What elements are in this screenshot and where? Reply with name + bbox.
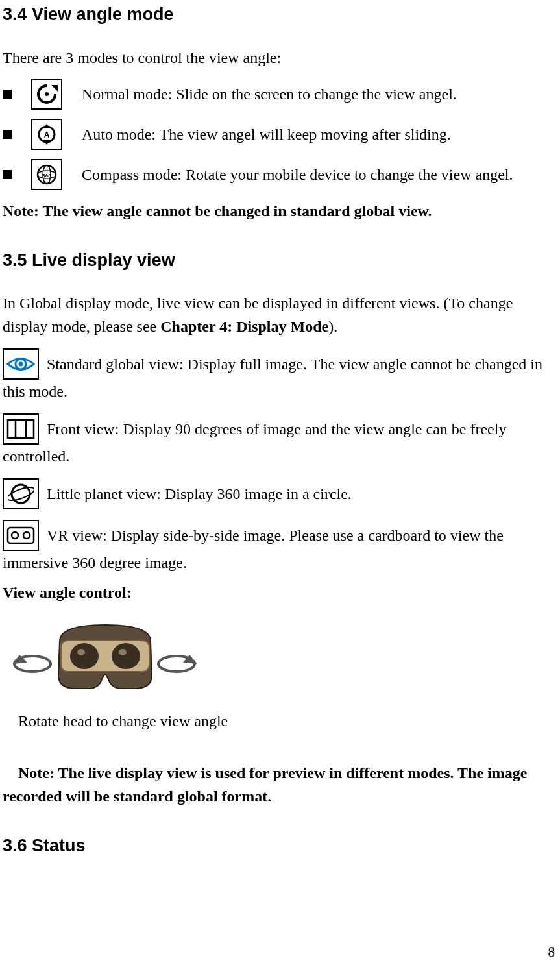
view-item-lead: VR view: Display side-by-side image. Ple…	[47, 524, 504, 547]
view-item-trail: controlled.	[3, 445, 557, 468]
mode-row-auto: A Auto mode: The view angel will keep mo…	[3, 119, 557, 150]
intro2-c: ).	[328, 318, 337, 335]
live-intro-line1: In Global display mode, live view can be…	[3, 291, 557, 315]
mode-row-normal: Normal mode: Slide on the screen to chan…	[3, 79, 557, 110]
mode-label: Auto mode: The view angel will keep movi…	[82, 123, 557, 146]
svg-point-11	[19, 362, 23, 367]
mode-label: Compass mode: Rotate your mobile device …	[82, 163, 557, 186]
live-note-line1: Note: The live display view is used for …	[18, 764, 527, 781]
view-angle-control-heading: View angle control:	[3, 581, 557, 604]
live-note: Note: The live display view is used for …	[3, 761, 557, 808]
mode-label: Normal mode: Slide on the screen to chan…	[82, 82, 557, 106]
svg-rect-12	[8, 420, 34, 438]
view-item-lead: Little planet view: Display 360 image in…	[47, 482, 352, 506]
view-item-lead: Standard global view: Display full image…	[47, 352, 542, 376]
little-planet-view-icon	[3, 478, 39, 509]
rotate-head-caption: Rotate head to change view angle	[18, 709, 557, 733]
svg-point-18	[23, 532, 30, 539]
intro2-b: Chapter 4: Display Mode	[160, 318, 328, 335]
svg-text:A: A	[44, 130, 50, 140]
heading-3-4: 3.4 View angle mode	[3, 1, 557, 28]
normal-mode-icon	[31, 79, 62, 110]
svg-point-25	[112, 643, 140, 669]
svg-point-27	[119, 649, 127, 655]
svg-point-26	[77, 649, 85, 655]
bullet-icon	[3, 130, 12, 139]
svg-marker-0	[51, 85, 58, 92]
svg-point-17	[12, 532, 18, 539]
intro2-a: display mode, please see	[3, 318, 160, 335]
view-item-trail: this mode.	[3, 380, 557, 403]
auto-mode-icon: A	[31, 119, 62, 150]
view-item-planet: Little planet view: Display 360 image in…	[3, 478, 557, 509]
page-number: 8	[548, 942, 555, 963]
mode-row-compass: 360 Compass mode: Rotate your mobile dev…	[3, 159, 557, 190]
view-angle-note: Note: The view angle cannot be changed i…	[3, 199, 557, 223]
svg-point-15	[8, 485, 34, 503]
view-angle-intro: There are 3 modes to control the view an…	[3, 46, 557, 69]
svg-point-1	[45, 92, 49, 96]
svg-rect-13	[16, 420, 26, 438]
live-intro-line2: display mode, please see Chapter 4: Disp…	[3, 315, 557, 338]
standard-global-view-icon	[3, 348, 39, 380]
view-item-standard: Standard global view: Display full image…	[3, 348, 557, 380]
front-view-icon	[3, 413, 39, 445]
heading-3-6: 3.6 Status	[3, 833, 557, 859]
bullet-icon	[3, 90, 12, 99]
view-item-vr: VR view: Display side-by-side image. Ple…	[3, 520, 557, 551]
vr-headset-illustration	[8, 612, 202, 703]
live-note-line2: recorded will be standard global format.	[3, 788, 271, 805]
heading-3-5: 3.5 Live display view	[3, 247, 557, 274]
svg-point-24	[70, 643, 99, 669]
view-item-trail: immersive 360 degree image.	[3, 551, 557, 574]
view-item-front: Front view: Display 90 degrees of image …	[3, 413, 557, 445]
bullet-icon	[3, 170, 12, 179]
compass-mode-icon: 360	[31, 159, 62, 190]
vr-view-icon	[3, 520, 39, 551]
svg-text:360: 360	[42, 173, 51, 178]
view-item-lead: Front view: Display 90 degrees of image …	[47, 417, 506, 441]
